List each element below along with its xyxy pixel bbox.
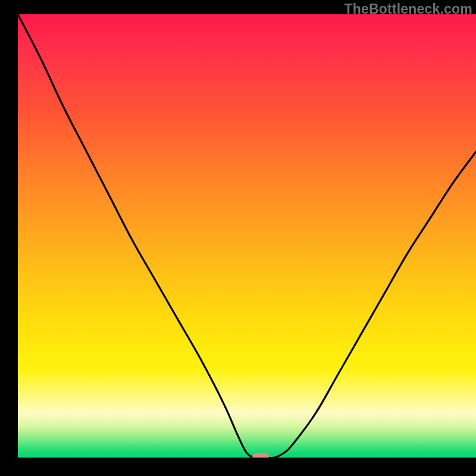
plot-area <box>18 14 476 458</box>
bottleneck-curve <box>18 14 476 458</box>
chart-frame: TheBottleneck.com <box>0 0 476 476</box>
optimal-marker <box>252 453 269 458</box>
plot-outer <box>0 14 476 476</box>
